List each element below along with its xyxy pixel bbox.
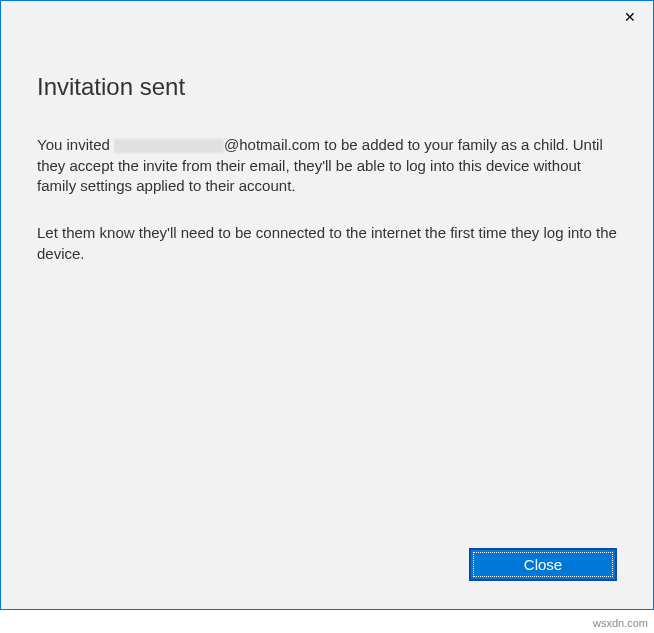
invitation-sent-dialog: ✕ Invitation sent You invited @hotmail.c… (0, 0, 654, 610)
close-icon: ✕ (624, 9, 636, 25)
p1-email-suffix: @hotmail.com (224, 136, 320, 153)
dialog-content: Invitation sent You invited @hotmail.com… (1, 1, 653, 326)
invite-paragraph-1: You invited @hotmail.com to be added to … (37, 135, 617, 197)
redacted-email-local (114, 139, 224, 153)
invite-paragraph-2: Let them know they'll need to be connect… (37, 223, 617, 264)
dialog-heading: Invitation sent (37, 73, 617, 101)
p1-prefix: You invited (37, 136, 114, 153)
close-button[interactable]: Close (469, 548, 617, 581)
dialog-footer: Close (469, 548, 617, 581)
watermark-text: wsxdn.com (593, 617, 648, 629)
window-close-button[interactable]: ✕ (607, 1, 653, 33)
